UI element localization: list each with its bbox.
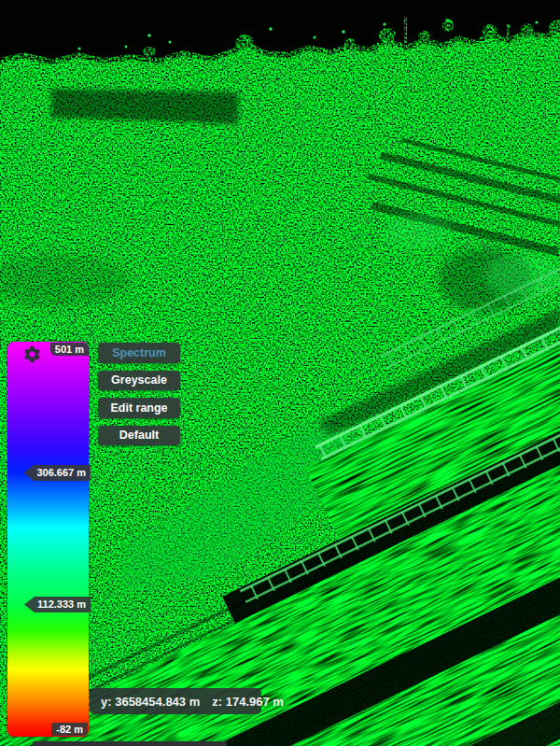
default-button[interactable]: Default	[98, 426, 180, 446]
edit-range-button[interactable]: Edit range	[98, 398, 180, 418]
elevation-gradient-bar[interactable]: 501 m 306.667 m 112.333 m -82 m	[7, 342, 89, 737]
bottom-panel-edge	[33, 741, 227, 746]
gear-icon[interactable]	[22, 345, 42, 364]
coordinate-z: z: 174.967 m	[212, 695, 284, 709]
legend-max-label: 501 m	[50, 343, 89, 356]
spectrum-button[interactable]: Spectrum	[98, 343, 180, 363]
legend-min-label: -82 m	[51, 723, 88, 736]
coordinate-y: y: 3658454.843 m	[101, 695, 200, 709]
coordinate-readout: y: 3658454.843 m z: 174.967 m	[90, 688, 261, 714]
legend-upper-tick-label: 306.667 m	[23, 465, 91, 481]
point-cloud-viewer-window: 501 m 306.667 m 112.333 m -82 m Spectrum…	[0, 0, 560, 746]
greyscale-button[interactable]: Greyscale	[98, 371, 180, 391]
legend-lower-tick-label: 112.333 m	[24, 597, 91, 612]
color-scheme-menu: Spectrum Greyscale Edit range Default	[98, 343, 180, 445]
